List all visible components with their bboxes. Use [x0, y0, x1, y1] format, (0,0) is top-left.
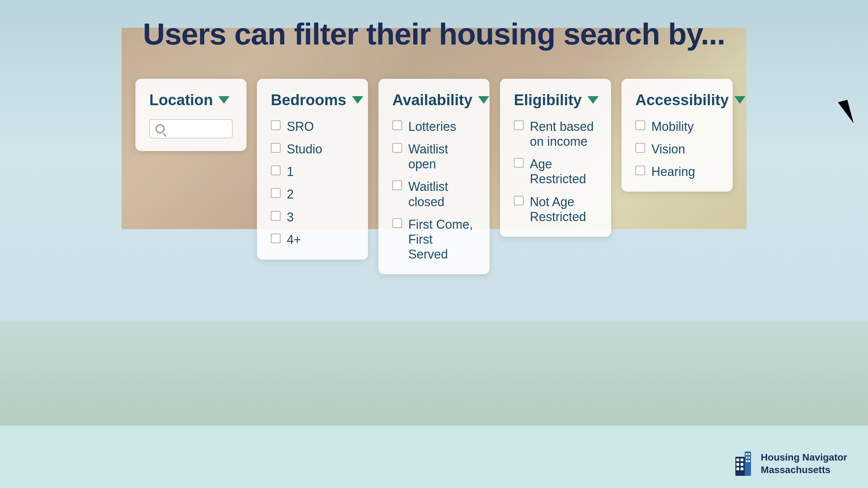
studio-checkbox[interactable]	[271, 143, 281, 153]
list-item: Waitlist open	[392, 142, 476, 171]
location-search-box[interactable]	[149, 119, 233, 138]
svg-rect-3	[736, 463, 739, 466]
svg-rect-4	[741, 463, 743, 466]
list-item: Hearing	[635, 164, 719, 179]
logo-area: Housing Navigator Massachusetts	[734, 450, 847, 478]
eligibility-dropdown-arrow[interactable]	[587, 96, 599, 104]
first-come-checkbox[interactable]	[392, 218, 402, 228]
hearing-checkbox[interactable]	[635, 166, 645, 175]
accessibility-filter-title: Accessibility	[635, 91, 729, 109]
availability-checkbox-list: Lotteries Waitlist open Waitlist closed …	[392, 119, 476, 262]
eligibility-card-header: Eligibility	[514, 91, 597, 109]
sro-label: SRO	[287, 119, 314, 134]
accessibility-checkbox-list: Mobility Vision Hearing	[635, 119, 719, 179]
list-item: Studio	[271, 142, 354, 157]
accessibility-card-header: Accessibility	[635, 91, 719, 109]
lotteries-checkbox[interactable]	[392, 120, 402, 130]
bedrooms-checkbox-list: SRO Studio 1 2 3	[271, 119, 354, 247]
waitlist-closed-checkbox[interactable]	[392, 180, 402, 190]
3br-checkbox[interactable]	[271, 211, 281, 221]
availability-dropdown-arrow[interactable]	[478, 96, 489, 104]
filter-cards-container: Location Bedrooms SRO Studio	[115, 79, 753, 275]
logo-line1: Housing Navigator	[761, 451, 847, 464]
bedrooms-card-header: Bedrooms	[271, 91, 354, 109]
list-item: Rent basedon income	[514, 119, 597, 149]
eligibility-checkbox-list: Rent basedon income Age Restricted Not A…	[514, 119, 597, 224]
list-item: Waitlist closed	[392, 179, 476, 209]
list-item: Mobility	[635, 119, 719, 134]
location-search-input[interactable]	[169, 123, 231, 134]
list-item: SRO	[271, 119, 354, 134]
2br-label: 2	[287, 187, 294, 202]
first-come-label: First Come,First Served	[408, 217, 476, 262]
waitlist-closed-label: Waitlist closed	[408, 179, 476, 209]
availability-card-header: Availability	[392, 91, 476, 109]
bedrooms-filter-title: Bedrooms	[271, 91, 347, 109]
lotteries-label: Lotteries	[408, 119, 456, 134]
location-filter-title: Location	[149, 91, 213, 109]
list-item: Age Restricted	[514, 157, 597, 186]
waitlist-open-label: Waitlist open	[408, 142, 476, 171]
housing-navigator-logo-icon	[734, 450, 754, 478]
2br-checkbox[interactable]	[271, 188, 281, 198]
svg-rect-5	[736, 468, 739, 470]
1br-checkbox[interactable]	[271, 166, 281, 175]
mobility-checkbox[interactable]	[635, 120, 645, 130]
list-item: 3	[271, 210, 354, 225]
1br-label: 1	[287, 164, 294, 179]
location-dropdown-arrow[interactable]	[218, 96, 229, 104]
not-age-restricted-label: Not AgeRestricted	[530, 194, 586, 224]
list-item: 1	[271, 164, 354, 179]
svg-rect-7	[745, 452, 751, 476]
rent-income-checkbox[interactable]	[514, 120, 524, 130]
svg-rect-12	[746, 460, 748, 462]
svg-rect-13	[748, 460, 750, 462]
not-age-restricted-checkbox[interactable]	[514, 196, 524, 205]
location-filter-card: Location	[135, 79, 247, 151]
3br-label: 3	[287, 210, 294, 225]
list-item: Not AgeRestricted	[514, 194, 597, 224]
waitlist-open-checkbox[interactable]	[392, 143, 402, 153]
list-item: Lotteries	[392, 119, 476, 134]
svg-rect-2	[741, 458, 743, 461]
bedrooms-filter-card: Bedrooms SRO Studio 1 2	[257, 79, 368, 260]
availability-filter-card: Availability Lotteries Waitlist open Wai…	[378, 79, 490, 275]
list-item: 4+	[271, 232, 354, 247]
rent-income-label: Rent basedon income	[530, 119, 594, 149]
availability-filter-title: Availability	[392, 91, 473, 109]
main-content: Users can filter their housing search by…	[0, 0, 868, 488]
sro-checkbox[interactable]	[271, 120, 281, 130]
list-item: First Come,First Served	[392, 217, 476, 262]
eligibility-filter-title: Eligibility	[514, 91, 582, 109]
logo-line2: Massachusetts	[761, 464, 847, 476]
eligibility-filter-card: Eligibility Rent basedon income Age Rest…	[500, 79, 611, 237]
list-item: 2	[271, 187, 354, 202]
svg-rect-11	[748, 457, 750, 458]
svg-rect-1	[736, 458, 739, 461]
bedrooms-dropdown-arrow[interactable]	[352, 96, 363, 104]
logo-text: Housing Navigator Massachusetts	[761, 451, 847, 477]
svg-rect-6	[741, 468, 743, 470]
accessibility-filter-card: Accessibility Mobility Vision Hearing	[621, 79, 733, 192]
svg-rect-9	[748, 453, 750, 455]
studio-label: Studio	[287, 142, 322, 157]
svg-rect-8	[746, 453, 748, 455]
4plus-label: 4+	[287, 232, 301, 247]
accessibility-dropdown-arrow[interactable]	[734, 96, 745, 104]
hearing-label: Hearing	[651, 164, 695, 179]
4plus-checkbox[interactable]	[271, 234, 281, 243]
age-restricted-checkbox[interactable]	[514, 158, 524, 168]
search-icon	[156, 124, 165, 133]
page-title: Users can filter their housing search by…	[143, 17, 725, 51]
svg-rect-10	[746, 457, 748, 458]
vision-checkbox[interactable]	[635, 143, 645, 153]
vision-label: Vision	[651, 142, 685, 157]
age-restricted-label: Age Restricted	[530, 157, 597, 186]
list-item: Vision	[635, 142, 719, 157]
location-card-header: Location	[149, 91, 233, 109]
cursor-arrow	[841, 101, 851, 125]
mobility-label: Mobility	[651, 119, 694, 134]
